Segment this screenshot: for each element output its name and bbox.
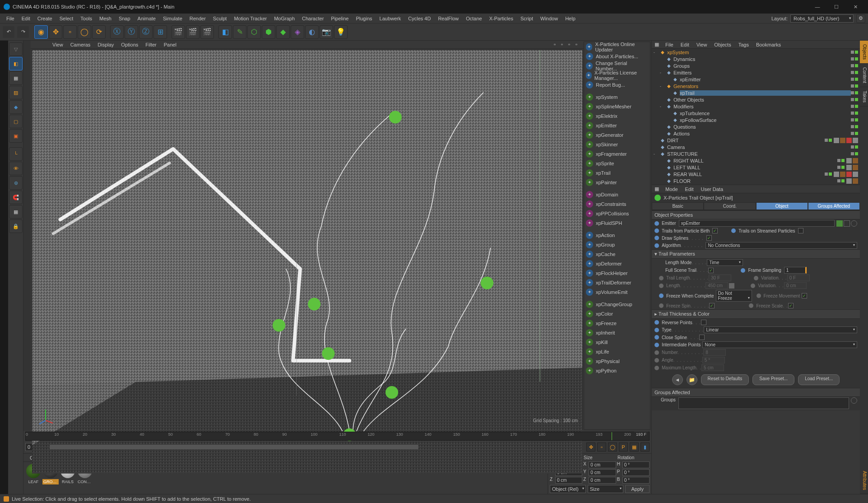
vp-config-icon-3[interactable]: ▫: [568, 42, 575, 48]
full-scene-checkbox[interactable]: ✓: [708, 268, 714, 273]
menu-mograph[interactable]: MoGraph: [270, 14, 298, 23]
tree-tags[interactable]: [834, 172, 860, 177]
deformer-button[interactable]: ◈: [291, 25, 304, 39]
groups-clear-icon[interactable]: [851, 397, 857, 404]
render-settings-button[interactable]: 🎬: [200, 25, 214, 39]
tree-xpsystem[interactable]: -◆xpSystem: [652, 49, 860, 56]
param-key-button[interactable]: P: [619, 442, 628, 452]
menu-file[interactable]: File: [3, 14, 18, 23]
content-browser-tab[interactable]: Content: [860, 64, 868, 87]
apply-button[interactable]: Apply: [625, 485, 650, 493]
live-selection-tool[interactable]: ◉: [34, 25, 48, 39]
tree-floor[interactable]: ◆FLOOR: [652, 177, 860, 184]
menu-character[interactable]: Character: [298, 14, 327, 23]
trail-thickness-header[interactable]: ▸ Trail Thickness & Color: [652, 309, 860, 319]
menu-simulate[interactable]: Simulate: [159, 14, 186, 23]
coord-input[interactable]: 0 °: [622, 461, 650, 468]
tree-visibility-dots[interactable]: [837, 159, 845, 162]
viewport-menu-options[interactable]: Options: [117, 41, 142, 49]
vp-config-icon-2[interactable]: ▫: [561, 42, 567, 48]
tree-stairwell[interactable]: ◆STAIRWELL: [652, 184, 860, 185]
reverse-points-checkbox[interactable]: [701, 320, 706, 325]
xp-xpsprite[interactable]: ✦xpSprite: [584, 158, 650, 168]
viewport-menu-display[interactable]: Display: [94, 41, 117, 49]
coord-input[interactable]: 0 cm: [589, 469, 616, 476]
menu-laubwerk[interactable]: Laubwerk: [376, 14, 405, 23]
tree-visibility-dots[interactable]: [825, 139, 832, 142]
tree-visibility-dots[interactable]: [851, 57, 858, 61]
preset-folder-button[interactable]: 📁: [687, 374, 697, 385]
axis-y-button[interactable]: Ⓨ: [125, 25, 138, 39]
menu-edit[interactable]: Edit: [18, 14, 34, 23]
tree-tags[interactable]: [834, 138, 860, 143]
tree-visibility-dots[interactable]: [851, 152, 858, 155]
menu-tools[interactable]: Tools: [77, 14, 96, 23]
axis-button[interactable]: └: [9, 147, 23, 161]
workplane-button[interactable]: ▨: [9, 86, 23, 99]
close-spline-checkbox[interactable]: [699, 335, 705, 340]
type-dropdown[interactable]: Linear: [704, 326, 857, 333]
takes-tab[interactable]: Takes: [860, 87, 868, 107]
om-menu-objects[interactable]: Objects: [710, 41, 734, 49]
frame-sampling-input[interactable]: 1: [784, 267, 807, 274]
tree-visibility-dots[interactable]: [837, 179, 845, 182]
axis-z-button[interactable]: Ⓩ: [139, 25, 153, 39]
xp-xptraildeformer[interactable]: ✦xpTrailDeformer: [584, 278, 650, 287]
tree-expand-icon[interactable]: -: [660, 70, 664, 75]
rot-key-button[interactable]: ◯: [608, 442, 617, 452]
xp-xpppcollisions[interactable]: ✦xpPPCollisions: [584, 209, 650, 218]
light-button[interactable]: 💡: [334, 25, 348, 39]
viewport-menu-filter[interactable]: Filter: [142, 41, 160, 49]
tree-xpfollowsurface[interactable]: ◆xpFollowSurface: [652, 116, 860, 123]
undo-button[interactable]: ↶: [3, 26, 14, 38]
length-mode-dropdown[interactable]: Time: [707, 259, 743, 266]
coord-input[interactable]: 0 °: [622, 469, 650, 476]
freeze-scale-checkbox[interactable]: ✓: [788, 303, 794, 308]
menu-script[interactable]: Script: [517, 14, 537, 23]
emitter-field[interactable]: xpEmitter: [679, 220, 835, 227]
coord-input[interactable]: 0 °: [622, 477, 650, 484]
reset-defaults-button[interactable]: Reset to Defaults: [701, 374, 749, 385]
minimize-button[interactable]: —: [808, 0, 826, 13]
tree-visibility-dots[interactable]: [851, 132, 858, 135]
freeze-movement-checkbox[interactable]: ✓: [802, 293, 807, 298]
menu-x-particles[interactable]: X-Particles: [486, 14, 517, 23]
xp-xpsystem[interactable]: ✦xpSystem: [584, 92, 650, 102]
vp-config-icon-1[interactable]: ▫: [554, 42, 560, 48]
polys-mode-button[interactable]: ▣: [9, 129, 23, 143]
tree-visibility-dots[interactable]: [851, 71, 858, 74]
tree-tags[interactable]: [846, 158, 860, 163]
tree-groups[interactable]: ◆Groups: [652, 62, 860, 69]
tree-generators[interactable]: -◆Generators: [652, 83, 860, 89]
cube-primitive-button[interactable]: ◧: [218, 25, 232, 39]
om-menu-edit[interactable]: Edit: [677, 41, 693, 49]
tree-visibility-dots[interactable]: [851, 51, 858, 54]
tree-right-wall[interactable]: ◆RIGHT WALL: [652, 157, 860, 164]
coord-system-button[interactable]: ⊞: [153, 25, 167, 39]
tree-visibility-dots[interactable]: [851, 112, 858, 115]
tree-xpturbulence[interactable]: ◆xpTurbulence: [652, 110, 860, 116]
xp-xptrail[interactable]: ✦xpTrail: [584, 168, 650, 177]
viewport-menu-panel[interactable]: Panel: [160, 41, 180, 49]
menu-realflow[interactable]: RealFlow: [434, 14, 462, 23]
nurbs-button[interactable]: ⬡: [247, 25, 261, 39]
tree-questions[interactable]: ◆Questions: [652, 123, 860, 130]
om-menu-file[interactable]: File: [662, 41, 677, 49]
trail-parameters-header[interactable]: ▾ Trail Parameters: [652, 249, 860, 259]
menu-octane[interactable]: Octane: [462, 14, 485, 23]
menu-render[interactable]: Render: [186, 14, 209, 23]
coord-input[interactable]: 0 cm: [589, 461, 616, 468]
om-menu-bookmarks[interactable]: Bookmarks: [752, 41, 784, 49]
xp-xpinherit[interactable]: ✦xpInherit: [584, 328, 650, 337]
rotate-tool[interactable]: ◯: [78, 25, 91, 39]
tree-xpemitter[interactable]: ◆xpEmitter: [652, 76, 860, 83]
pos-key-button[interactable]: ✥: [586, 442, 595, 452]
xp-xpphysical[interactable]: ✦xpPhysical: [584, 356, 650, 366]
xp-xplife[interactable]: ✦xpLife: [584, 347, 650, 356]
redo-button[interactable]: ↷: [17, 26, 29, 38]
coord-mode-dropdown[interactable]: Object (Rel): [550, 485, 586, 493]
save-preset-button[interactable]: Save Preset...: [752, 374, 794, 385]
magnet-button[interactable]: 🧲: [9, 191, 23, 204]
trails-stream-checkbox[interactable]: [798, 228, 803, 233]
xp-xpfluidsph[interactable]: ✦xpFluidSPH: [584, 218, 650, 228]
